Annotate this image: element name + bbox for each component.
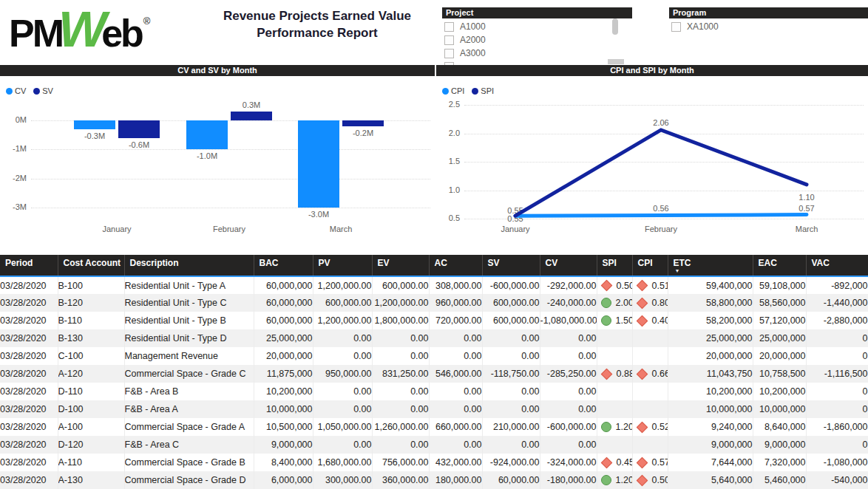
- table-row[interactable]: 03/28/2020B-110Residential Unit - Type B…: [0, 312, 868, 329]
- cell-vac[interactable]: -540,000: [806, 471, 868, 489]
- cell-etc[interactable]: 7,644,000: [668, 454, 753, 471]
- cell-spi[interactable]: 0.45: [597, 454, 632, 471]
- cell-spi[interactable]: [597, 347, 632, 365]
- cell-eac[interactable]: 10,200,000: [753, 383, 806, 400]
- cell-description[interactable]: Commercial Space - Grade A: [124, 418, 254, 436]
- cell-cpi[interactable]: 0.57: [632, 454, 668, 471]
- cell-ev[interactable]: 1,800,000.00: [372, 312, 429, 329]
- cell-eac[interactable]: 58,560,000: [753, 294, 806, 312]
- cell-period[interactable]: 03/28/2020: [0, 436, 58, 454]
- cell-ev[interactable]: 0.00: [372, 400, 429, 418]
- legend-item-sv[interactable]: SV: [33, 86, 53, 95]
- cell-vac[interactable]: 0: [806, 329, 868, 347]
- cell-ac[interactable]: 960,000.00: [429, 294, 482, 312]
- cell-sv[interactable]: 60,000.00: [482, 471, 540, 489]
- cell-sv[interactable]: -924,000.00: [482, 454, 540, 471]
- cell-bac[interactable]: 60,000,000: [254, 276, 313, 294]
- cell-pv[interactable]: 1,200,000.00: [313, 276, 372, 294]
- cell-vac[interactable]: -1,440,000: [806, 294, 868, 312]
- cell-description[interactable]: Commercial Space - Grade D: [124, 471, 254, 489]
- cell-pv[interactable]: 0.00: [313, 436, 372, 454]
- cell-bac[interactable]: 60,000,000: [254, 312, 313, 329]
- cell-ac[interactable]: 0.00: [429, 436, 482, 454]
- cell-spi[interactable]: [597, 436, 632, 454]
- cell-pv[interactable]: 0.00: [313, 400, 372, 418]
- legend-item-spi[interactable]: SPI: [472, 86, 494, 95]
- cell-cv[interactable]: -285,250.00: [540, 365, 597, 383]
- cell-cost-account[interactable]: A-130: [58, 471, 124, 489]
- cell-ev[interactable]: 360,000.00: [372, 471, 429, 489]
- cell-sv[interactable]: 600,000.00: [482, 294, 540, 312]
- cell-spi[interactable]: 0.50: [597, 276, 632, 294]
- column-header-etc[interactable]: ETC▼: [668, 255, 753, 276]
- cell-ac[interactable]: 660,000.00: [429, 418, 482, 436]
- cell-sv[interactable]: 0.00: [482, 347, 540, 365]
- cell-ac[interactable]: 0.00: [429, 329, 482, 347]
- sort-descending-icon[interactable]: ▼: [675, 269, 750, 273]
- cell-sv[interactable]: 0.00: [482, 329, 540, 347]
- cell-spi[interactable]: [597, 400, 632, 418]
- cell-cost-account[interactable]: A-100: [58, 418, 124, 436]
- cell-etc[interactable]: 10,000,000: [668, 400, 753, 418]
- cell-ev[interactable]: 0.00: [372, 329, 429, 347]
- cell-ac[interactable]: 432,000.00: [429, 454, 482, 471]
- cell-eac[interactable]: 25,000,000: [753, 329, 806, 347]
- cell-cost-account[interactable]: A-120: [58, 365, 124, 383]
- cell-sv[interactable]: -118,750.00: [482, 365, 540, 383]
- cell-spi[interactable]: 2.00: [597, 294, 632, 312]
- cell-cv[interactable]: -600,000.00: [540, 418, 597, 436]
- cell-cv[interactable]: -240,000.00: [540, 294, 597, 312]
- legend-item-cv[interactable]: CV: [6, 86, 26, 95]
- cell-period[interactable]: 03/28/2020: [0, 294, 58, 312]
- cell-cost-account[interactable]: D-100: [58, 400, 124, 418]
- cpi-line[interactable]: [515, 215, 807, 216]
- table-row[interactable]: 03/28/2020C-100Management Revenue20,000,…: [0, 347, 868, 365]
- checkbox-icon[interactable]: [444, 35, 454, 45]
- cell-cpi[interactable]: [632, 347, 668, 365]
- column-header-eac[interactable]: EAC: [753, 255, 806, 276]
- table-row[interactable]: 03/28/2020A-120Commercial Space - Grade …: [0, 365, 868, 383]
- cell-ev[interactable]: 1,260,000.00: [372, 418, 429, 436]
- cell-pv[interactable]: 300,000.00: [313, 471, 372, 489]
- table-row[interactable]: 03/28/2020A-100Commercial Space - Grade …: [0, 418, 868, 436]
- cell-vac[interactable]: -892,000: [806, 276, 868, 294]
- cell-spi[interactable]: 1.50: [597, 312, 632, 329]
- bar-sv-february[interactable]: [231, 112, 272, 120]
- cell-description[interactable]: Residential Unit - Type C: [124, 294, 254, 312]
- cell-cv[interactable]: 0.00: [540, 400, 597, 418]
- cell-eac[interactable]: 57,120,000: [753, 312, 806, 329]
- cell-description[interactable]: F&B - Area A: [124, 400, 254, 418]
- column-header-ac[interactable]: AC: [429, 255, 482, 276]
- project-slicer-scrollbar-bottom[interactable]: [608, 59, 624, 64]
- cell-bac[interactable]: 10,200,000: [254, 383, 313, 400]
- cell-bac[interactable]: 10,000,000: [254, 400, 313, 418]
- cell-ac[interactable]: 546,000.00: [429, 365, 482, 383]
- project-slicer-scrollbar-thumb[interactable]: [612, 18, 618, 35]
- cell-period[interactable]: 03/28/2020: [0, 400, 58, 418]
- cell-pv[interactable]: 0.00: [313, 383, 372, 400]
- cell-spi[interactable]: 1.20: [597, 471, 632, 489]
- cell-sv[interactable]: -600,000.00: [482, 276, 540, 294]
- cell-period[interactable]: 03/28/2020: [0, 312, 58, 329]
- cell-cpi[interactable]: 0.80: [632, 294, 668, 312]
- cell-period[interactable]: 03/28/2020: [0, 329, 58, 347]
- column-header-period[interactable]: Period: [0, 255, 58, 276]
- cell-bac[interactable]: 10,500,000: [254, 418, 313, 436]
- column-header-sv[interactable]: SV: [482, 255, 540, 276]
- cell-cv[interactable]: 0.00: [540, 347, 597, 365]
- cell-cpi[interactable]: [632, 383, 668, 400]
- cell-description[interactable]: Residential Unit - Type D: [124, 329, 254, 347]
- table-row[interactable]: 03/28/2020D-110F&B - Area B10,200,0000.0…: [0, 383, 868, 400]
- cell-spi[interactable]: 1.20: [597, 418, 632, 436]
- cell-ac[interactable]: 0.00: [429, 347, 482, 365]
- cell-vac[interactable]: -1,080,000: [806, 454, 868, 471]
- cell-pv[interactable]: 1,200,000.00: [313, 312, 372, 329]
- cell-ac[interactable]: 180,000.00: [429, 471, 482, 489]
- column-header-cpi[interactable]: CPI: [632, 255, 668, 276]
- cell-period[interactable]: 03/28/2020: [0, 454, 58, 471]
- cell-period[interactable]: 03/28/2020: [0, 471, 58, 489]
- checkbox-icon[interactable]: [671, 22, 681, 32]
- cell-eac[interactable]: 8,640,000: [753, 418, 806, 436]
- cell-cv[interactable]: -324,000.00: [540, 454, 597, 471]
- column-header-bac[interactable]: BAC: [254, 255, 313, 276]
